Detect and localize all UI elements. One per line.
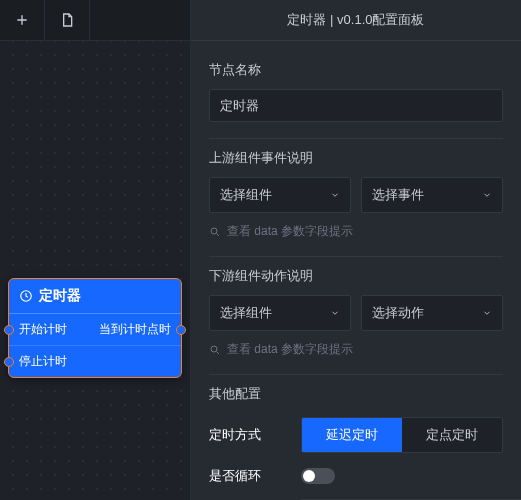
search-icon bbox=[209, 226, 221, 238]
mode-label: 定时方式 bbox=[209, 426, 287, 444]
port-in[interactable] bbox=[4, 357, 14, 367]
node-title: 定时器 bbox=[39, 287, 81, 305]
port-out[interactable] bbox=[176, 325, 186, 335]
chevron-down-icon bbox=[482, 308, 492, 318]
select-placeholder: 选择组件 bbox=[220, 304, 272, 322]
canvas[interactable]: 定时器 开始计时 当到计时点时 停止计时 bbox=[0, 0, 191, 500]
svg-point-2 bbox=[211, 346, 217, 352]
select-placeholder: 选择事件 bbox=[372, 186, 424, 204]
upstream-event-select[interactable]: 选择事件 bbox=[361, 177, 503, 213]
section-downstream: 下游组件动作说明 bbox=[209, 267, 503, 285]
upstream-component-select[interactable]: 选择组件 bbox=[209, 177, 351, 213]
plus-icon bbox=[14, 12, 30, 28]
divider bbox=[209, 374, 503, 375]
divider bbox=[209, 138, 503, 139]
downstream-component-select[interactable]: 选择组件 bbox=[209, 295, 351, 331]
panel-body[interactable]: 节点名称 上游组件事件说明 选择组件 选择事件 查看 data 参数字段提示 下 bbox=[191, 41, 521, 500]
node-header[interactable]: 定时器 bbox=[9, 279, 181, 314]
add-button[interactable] bbox=[0, 0, 45, 40]
downstream-action-select[interactable]: 选择动作 bbox=[361, 295, 503, 331]
node-port-row[interactable]: 停止计时 bbox=[9, 346, 181, 377]
port-start-label: 开始计时 bbox=[19, 321, 67, 338]
divider bbox=[209, 256, 503, 257]
chevron-down-icon bbox=[482, 190, 492, 200]
node-port-row[interactable]: 开始计时 当到计时点时 bbox=[9, 314, 181, 346]
hint-text: 查看 data 参数字段提示 bbox=[227, 341, 353, 358]
timer-node[interactable]: 定时器 开始计时 当到计时点时 停止计时 bbox=[8, 278, 182, 378]
section-upstream: 上游组件事件说明 bbox=[209, 149, 503, 167]
downstream-hint[interactable]: 查看 data 参数字段提示 bbox=[209, 341, 503, 358]
node-name-input[interactable] bbox=[209, 89, 503, 122]
port-stop-label: 停止计时 bbox=[19, 353, 67, 370]
svg-point-1 bbox=[211, 228, 217, 234]
panel-title: 定时器 | v0.1.0配置面板 bbox=[191, 0, 521, 41]
select-placeholder: 选择动作 bbox=[372, 304, 424, 322]
mode-fixed-option[interactable]: 定点定时 bbox=[402, 418, 502, 452]
port-in[interactable] bbox=[4, 325, 14, 335]
clock-icon bbox=[19, 289, 33, 303]
loop-label: 是否循环 bbox=[209, 467, 287, 485]
chevron-down-icon bbox=[330, 190, 340, 200]
canvas-toolbar bbox=[0, 0, 190, 41]
loop-switch[interactable] bbox=[301, 468, 335, 484]
section-other: 其他配置 bbox=[209, 385, 503, 403]
document-button[interactable] bbox=[45, 0, 90, 40]
mode-segmented: 延迟定时 定点定时 bbox=[301, 417, 503, 453]
port-reach-label: 当到计时点时 bbox=[99, 321, 171, 338]
section-node-name: 节点名称 bbox=[209, 61, 503, 79]
hint-text: 查看 data 参数字段提示 bbox=[227, 223, 353, 240]
search-icon bbox=[209, 344, 221, 356]
select-placeholder: 选择组件 bbox=[220, 186, 272, 204]
mode-delay-option[interactable]: 延迟定时 bbox=[302, 418, 402, 452]
document-icon bbox=[59, 12, 75, 28]
chevron-down-icon bbox=[330, 308, 340, 318]
config-panel: 定时器 | v0.1.0配置面板 节点名称 上游组件事件说明 选择组件 选择事件… bbox=[191, 0, 521, 500]
upstream-hint[interactable]: 查看 data 参数字段提示 bbox=[209, 223, 503, 240]
